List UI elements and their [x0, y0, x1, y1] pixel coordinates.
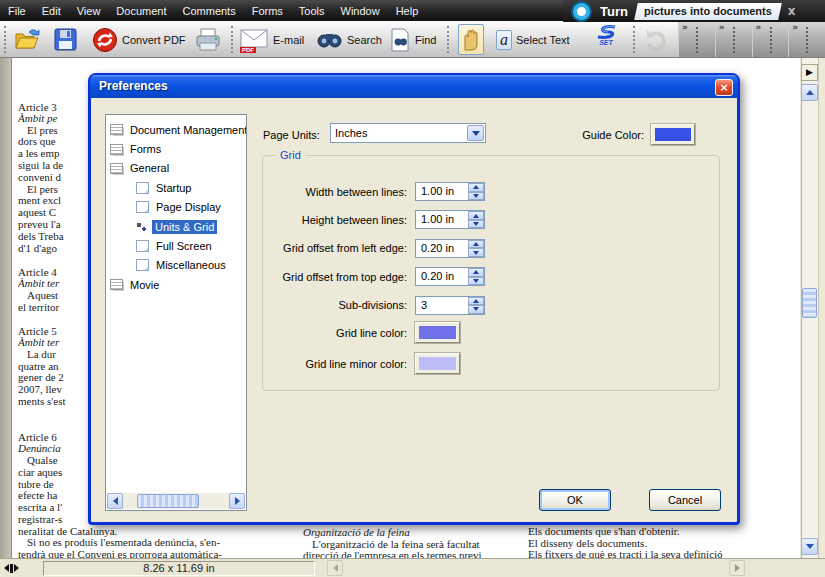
grid-setting-label: Grid offset from left edge: — [263, 242, 407, 254]
spinner-buttons[interactable] — [468, 183, 484, 200]
tree-item[interactable]: Units & Grid — [106, 217, 246, 236]
status-scroll-right-button[interactable] — [729, 560, 745, 576]
page-units-value: Inches — [335, 127, 367, 139]
spin-up-button[interactable] — [468, 297, 484, 306]
search-button[interactable]: Search — [316, 24, 382, 55]
tree-scroll-left-button[interactable] — [107, 493, 123, 509]
cancel-button[interactable]: Cancel — [649, 489, 721, 511]
tree-item[interactable]: Page Display — [106, 198, 246, 217]
menu-item[interactable]: Tools — [291, 2, 333, 20]
menu-item[interactable]: Document — [108, 2, 174, 20]
spin-down-button[interactable] — [468, 192, 484, 201]
overflow-chevron-icon[interactable]: » — [682, 22, 688, 32]
tree-item[interactable]: Document Management S — [106, 120, 246, 139]
spin-down-button[interactable] — [468, 277, 484, 286]
spinner-buttons[interactable] — [468, 268, 484, 285]
toolbar-drag-handle[interactable] — [806, 27, 808, 53]
tree-item[interactable]: Miscellaneous — [106, 256, 246, 275]
spinner-buttons[interactable] — [468, 297, 484, 314]
page-size-indicator: 8.26 x 11.69 in — [43, 561, 315, 576]
select-text-button[interactable]: a Select Text — [496, 24, 570, 55]
tree-horizontal-scrollbar[interactable] — [107, 493, 245, 509]
tree-item[interactable]: Startup — [106, 178, 246, 197]
spin-down-button[interactable] — [468, 305, 484, 314]
set-button[interactable]: SET — [591, 24, 621, 55]
toolbar-drag-handle[interactable] — [696, 27, 698, 53]
grid-setting-row: Width between lines: 1.00 in — [263, 182, 721, 201]
toolbar-drag-handle[interactable] — [447, 26, 450, 53]
status-scroll-left-button[interactable] — [327, 560, 343, 576]
toolbar-drag-handle[interactable] — [733, 27, 735, 53]
menu-item[interactable]: File — [0, 2, 34, 20]
spin-down-button[interactable] — [468, 220, 484, 229]
spinner-buttons[interactable] — [468, 211, 484, 228]
spin-up-button[interactable] — [468, 211, 484, 220]
grid-setting-row: Grid offset from left edge: 0.20 in — [263, 239, 721, 258]
grid-color-swatch[interactable] — [415, 322, 460, 343]
grid-color-swatch[interactable] — [415, 353, 460, 374]
print-button[interactable] — [194, 24, 222, 55]
tree-item-icon — [136, 201, 149, 213]
hand-tool-button[interactable] — [458, 24, 484, 55]
undo-icon — [643, 27, 669, 53]
tree-scrollbar-thumb[interactable] — [137, 494, 199, 508]
scrollbar-thumb[interactable] — [802, 288, 817, 318]
spin-up-button[interactable] — [468, 183, 484, 192]
convert-pdf-button[interactable]: Convert PDF — [92, 24, 186, 55]
grid-color-rows: Grid line color: Grid line minor color: — [263, 322, 721, 384]
tree-item[interactable]: General — [106, 159, 246, 178]
grid-color-row: Grid line minor color: — [263, 353, 721, 374]
scroll-up-button[interactable] — [801, 84, 818, 101]
spin-up-button[interactable] — [468, 268, 484, 277]
scroll-down-button[interactable] — [801, 538, 818, 555]
toolbar-drag-handle[interactable] — [4, 26, 7, 53]
spinner-field[interactable]: 0.20 in — [415, 239, 485, 258]
tree-item[interactable]: Movie — [106, 275, 246, 294]
chevron-down-icon — [472, 131, 480, 136]
spinner-field[interactable]: 3 — [415, 296, 485, 315]
toolbar-drag-handle[interactable] — [770, 27, 772, 53]
app-logo-icon — [573, 3, 590, 20]
panel-expand-button[interactable]: ▶ — [801, 64, 818, 81]
pdf-badge: PDF — [240, 47, 256, 53]
undo-button[interactable] — [643, 24, 669, 55]
spinner-buttons[interactable] — [468, 240, 484, 257]
ok-button[interactable]: OK — [539, 489, 611, 511]
menu-item[interactable]: Comments — [175, 2, 244, 20]
guide-color-swatch[interactable] — [651, 124, 695, 145]
spinner-field[interactable]: 0.20 in — [415, 267, 485, 286]
print-icon — [194, 27, 222, 53]
dialog-close-button[interactable]: × — [715, 79, 733, 96]
tree-scroll-right-button[interactable] — [229, 493, 245, 509]
right-panel-strip — [818, 58, 825, 558]
spinner-field[interactable]: 1.00 in — [415, 182, 485, 201]
toolbar-drag-handle[interactable] — [231, 26, 234, 53]
menu-item[interactable]: Window — [333, 2, 388, 20]
overflow-chevron-icon[interactable]: » — [756, 22, 762, 32]
toolbar-drag-handle[interactable] — [633, 26, 636, 53]
find-button[interactable]: Find — [389, 24, 436, 55]
menu-item[interactable]: Edit — [34, 2, 69, 20]
tree-item[interactable]: Forms — [106, 139, 246, 158]
open-button[interactable] — [13, 24, 41, 55]
menu-item[interactable]: View — [69, 2, 109, 20]
dialog-title-bar[interactable]: Preferences — [90, 75, 738, 98]
tree-item[interactable]: Full Screen — [106, 236, 246, 255]
spin-down-button[interactable] — [468, 248, 484, 257]
spin-down-icon — [473, 194, 479, 198]
spin-up-button[interactable] — [468, 240, 484, 249]
email-button[interactable]: PDF E-mail — [239, 24, 304, 55]
dropdown-button[interactable] — [467, 125, 484, 141]
overflow-chevron-icon[interactable]: » — [792, 22, 798, 32]
menu-item[interactable]: Forms — [244, 2, 291, 20]
pan-resize-icon[interactable] — [4, 564, 19, 573]
branding-close-icon[interactable]: x — [788, 4, 796, 18]
email-label: E-mail — [273, 34, 304, 46]
menu-item[interactable]: Help — [388, 2, 427, 20]
page-units-dropdown[interactable]: Inches — [330, 123, 486, 143]
overflow-chevron-icon[interactable]: » — [719, 22, 725, 32]
save-icon — [53, 27, 78, 52]
preferences-tree: Document Management S Forms General — [105, 114, 247, 511]
spinner-field[interactable]: 1.00 in — [415, 210, 485, 229]
save-button[interactable] — [53, 24, 78, 55]
